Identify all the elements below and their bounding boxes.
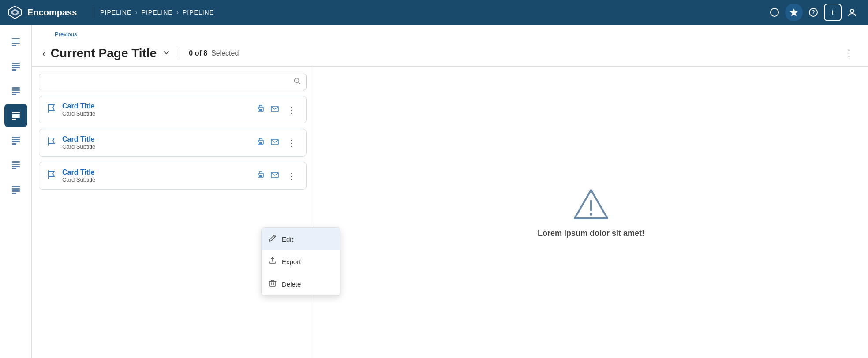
sidebar-item-3[interactable] [4,79,27,102]
sidebar-item-5[interactable] [4,129,27,152]
star-btn[interactable] [785,4,803,21]
right-pane: Lorem ipsum dolor sit amet! [314,67,868,358]
print-icon-3[interactable] [256,170,265,181]
page-title-row: ‹ Current Page Title 0 of 8 Selected ⋮ [42,46,857,61]
chevron-down-icon [162,48,171,57]
sidebar-item-4[interactable] [4,104,27,127]
export-icon [269,257,277,267]
top-nav-actions: ? i [766,4,861,21]
card-1-subtitle: Card Subtitle [62,110,251,117]
svg-rect-25 [12,119,16,120]
svg-rect-12 [12,43,20,44]
card-3-subtitle: Card Subtitle [62,176,251,183]
svg-rect-28 [12,141,20,142]
svg-text:?: ? [812,9,815,15]
help-btn[interactable]: ? [804,4,822,21]
app-logo[interactable]: Encompass [7,4,86,20]
svg-rect-24 [12,116,20,118]
help-icon: ? [808,7,818,17]
empty-state: Lorem ipsum dolor sit amet! [538,186,644,238]
list-icon-4 [11,111,21,120]
breadcrumb-3[interactable]: PIPELINE [183,9,214,16]
print-icon-2[interactable] [256,137,265,148]
svg-rect-29 [12,143,16,145]
page-header: Previous ‹ Current Page Title 0 of 8 Sel… [32,25,868,67]
star-icon [789,7,799,17]
sidebar-item-2[interactable] [4,55,27,78]
nav-divider [93,4,93,20]
card-2-subtitle: Card Subtitle [62,143,251,150]
context-menu-delete[interactable]: Delete [262,273,340,295]
flag-icon-3 [46,169,57,183]
sidebar [0,25,32,358]
profile-btn[interactable] [843,4,861,21]
selection-info: 0 of 8 Selected [189,49,239,57]
card-2-more-btn[interactable]: ⋮ [284,137,299,149]
breadcrumb-2[interactable]: PIPELINE [142,9,173,16]
email-icon-2[interactable] [270,137,279,148]
search-icon [294,78,301,86]
svg-rect-41 [259,109,262,111]
header-more-btn[interactable]: ⋮ [841,46,857,61]
left-pane: Card Title Card Subtitle [32,67,314,358]
circle-btn[interactable] [766,4,783,21]
card-3-actions: ⋮ [256,170,299,182]
app-name: Encompass [27,7,77,18]
email-icon-3[interactable] [270,170,279,181]
context-menu-delete-label: Delete [282,280,301,288]
split-pane: Card Title Card Subtitle [32,67,868,358]
card-2-actions: ⋮ [256,137,299,149]
list-icon-1 [11,37,21,46]
list-icon-7 [11,185,21,194]
list-icon-5 [11,135,21,145]
svg-rect-13 [12,45,16,46]
sidebar-item-7[interactable] [4,178,27,201]
svg-rect-14 [12,63,20,64]
card-1[interactable]: Card Title Card Subtitle [39,96,307,123]
context-menu-edit[interactable]: Edit [262,228,340,250]
svg-rect-16 [12,67,20,68]
print-icon-1[interactable] [256,104,265,115]
list-icon-3 [11,86,21,96]
svg-text:i: i [832,9,834,16]
info-icon: i [828,7,838,17]
svg-rect-47 [271,139,278,145]
card-1-more-btn[interactable]: ⋮ [284,104,299,116]
card-3-more-btn[interactable]: ⋮ [284,170,299,182]
search-bar[interactable] [39,74,307,90]
card-3[interactable]: Card Title Card Subtitle [39,162,307,190]
svg-rect-18 [12,87,20,89]
svg-rect-26 [12,137,20,138]
card-2-info: Card Title Card Subtitle [62,135,251,150]
back-arrow[interactable]: ‹ [42,48,45,59]
svg-rect-35 [12,188,20,190]
svg-rect-10 [12,38,20,39]
circle-icon [770,7,779,17]
warning-icon [571,186,611,222]
selected-label: Selected [211,49,239,57]
sidebar-item-1[interactable] [4,30,27,53]
svg-rect-32 [12,166,20,167]
card-1-actions: ⋮ [256,104,299,116]
email-icon-1[interactable] [270,104,279,115]
title-dropdown-btn[interactable] [162,48,171,59]
context-menu-edit-label: Edit [282,235,293,243]
svg-rect-36 [12,190,20,192]
sidebar-item-6[interactable] [4,153,27,176]
search-input[interactable] [45,78,290,86]
breadcrumb-1[interactable]: PIPELINE [100,9,131,16]
profile-icon [847,7,857,17]
context-menu: Edit Export [261,227,340,296]
svg-rect-23 [12,114,20,116]
flag-icon-2 [46,136,57,149]
card-2[interactable]: Card Title Card Subtitle [39,129,307,157]
context-menu-export[interactable]: Export [262,250,340,273]
info-btn[interactable]: i [824,4,842,21]
svg-rect-11 [12,41,20,41]
context-menu-export-label: Export [282,258,301,265]
breadcrumb: PIPELINE › PIPELINE › PIPELINE [100,8,766,16]
previous-link[interactable]: Previous [55,31,77,37]
svg-rect-20 [12,92,20,93]
selection-count: 0 of 8 [189,49,207,57]
svg-rect-21 [12,94,16,95]
